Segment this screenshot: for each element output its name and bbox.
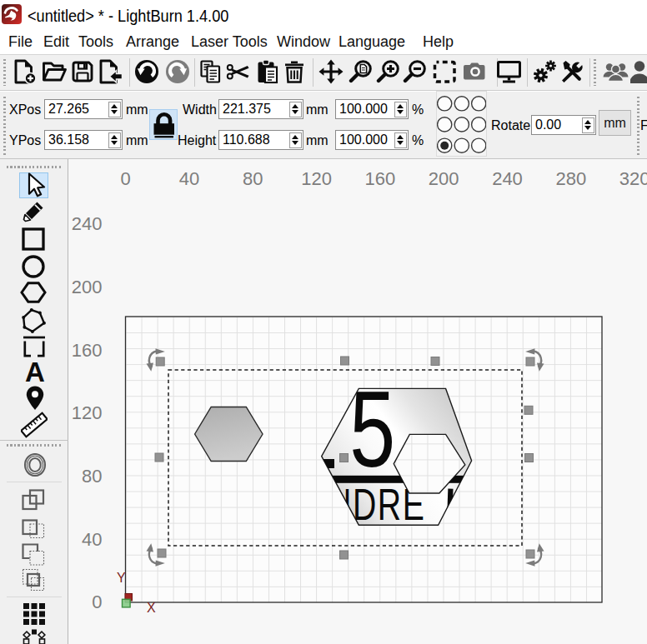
svg-text:200: 200 [429, 168, 459, 189]
svg-text:160: 160 [365, 168, 396, 189]
svg-text:320: 320 [619, 168, 647, 189]
svg-text:120: 120 [72, 402, 103, 423]
svg-text:0: 0 [120, 168, 130, 189]
svg-text:200: 200 [72, 277, 103, 297]
svg-text:240: 240 [72, 213, 103, 234]
svg-text:Y: Y [117, 571, 126, 585]
svg-text:120: 120 [301, 168, 332, 189]
svg-text:80: 80 [82, 466, 102, 487]
svg-text:40: 40 [179, 168, 199, 189]
svg-text:40: 40 [82, 529, 102, 550]
svg-text:0: 0 [92, 592, 102, 612]
svg-text:80: 80 [243, 168, 263, 189]
svg-text:160: 160 [72, 340, 103, 361]
svg-text:X: X [147, 601, 156, 615]
svg-text:280: 280 [556, 168, 587, 189]
svg-text:240: 240 [492, 168, 523, 189]
